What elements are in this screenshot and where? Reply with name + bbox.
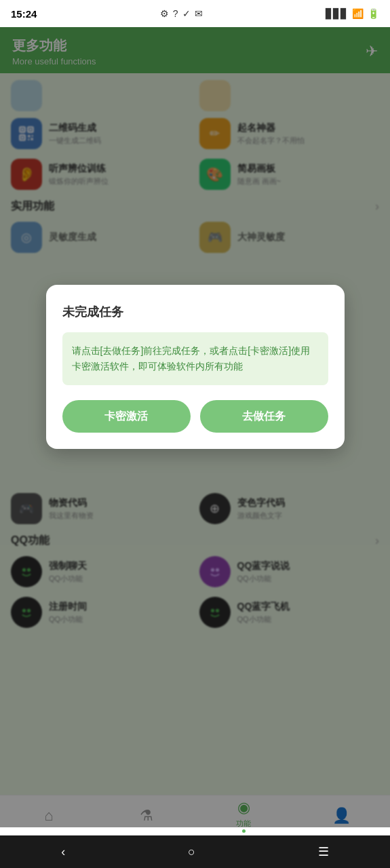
home-button[interactable]: ○	[174, 840, 209, 865]
status-bar: 15:24 ⚙ ? ✓ ✉ ▊▊▊ 📶 🔋	[0, 0, 390, 27]
dialog-title: 未完成任务	[62, 304, 328, 320]
system-nav-bar: ‹ ○ ☰	[0, 835, 390, 868]
menu-button[interactable]: ☰	[305, 839, 343, 865]
settings-icon: ⚙	[160, 8, 169, 19]
status-right-icons: ▊▊▊ 📶 🔋	[326, 8, 379, 19]
do-task-button[interactable]: 去做任务	[200, 400, 328, 433]
activate-button[interactable]: 卡密激活	[62, 400, 191, 433]
mail-icon: ✉	[195, 8, 203, 19]
battery-icon: 🔋	[368, 8, 379, 19]
status-left-icons: ⚙ ? ✓ ✉	[160, 8, 203, 19]
main-background: 更多功能 More useful functions ✈	[0, 27, 390, 827]
check-icon: ✓	[182, 8, 191, 19]
incomplete-task-dialog: 未完成任务 请点击[去做任务]前往完成任务，或者点击[卡密激活]使用卡密激活软件…	[46, 285, 345, 449]
dialog-message-box: 请点击[去做任务]前往完成任务，或者点击[卡密激活]使用卡密激活软件，即可体验软…	[62, 332, 328, 385]
back-button[interactable]: ‹	[47, 840, 79, 865]
question-icon: ?	[173, 8, 178, 19]
signal-icon: 📶	[352, 8, 364, 19]
dialog-message: 请点击[去做任务]前往完成任务，或者点击[卡密激活]使用卡密激活软件，即可体验软…	[72, 343, 319, 374]
status-time: 15:24	[11, 8, 37, 20]
nav-active-dot	[242, 829, 246, 833]
dialog-buttons: 卡密激活 去做任务	[62, 400, 328, 433]
wifi-icon: ▊▊▊	[326, 8, 348, 19]
